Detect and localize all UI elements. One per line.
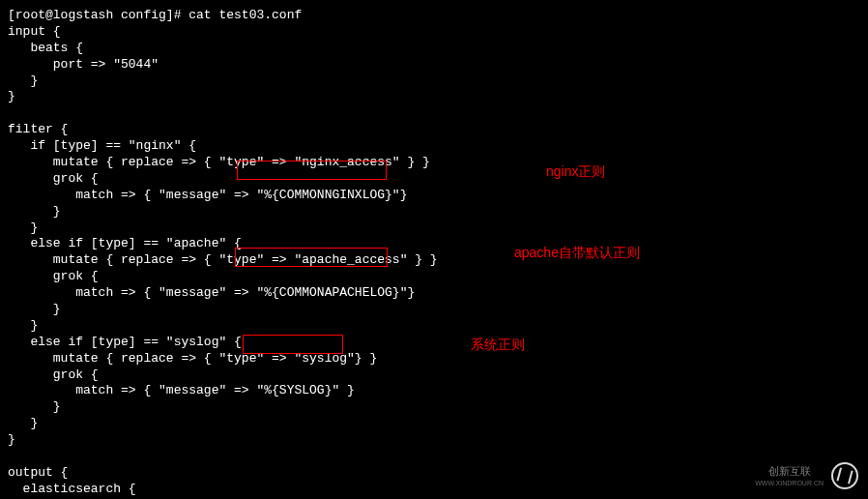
config-line: mutate { replace => { "type" => "nginx_a… bbox=[8, 155, 430, 169]
config-line: match => { "message" => "%{SYSLOG}" } bbox=[8, 383, 355, 397]
config-line: elasticsearch { bbox=[8, 482, 136, 496]
watermark-url: WWW.XINDROUR.CN bbox=[755, 479, 824, 487]
config-line: } bbox=[8, 302, 61, 316]
config-line: match => { "message" => "%{COMMONNGINXLO… bbox=[8, 188, 407, 202]
config-line: grok { bbox=[8, 269, 99, 283]
config-line: } bbox=[8, 73, 38, 88]
config-line: output { bbox=[8, 465, 68, 480]
config-line: } bbox=[8, 416, 38, 430]
command-text: cat test03.conf bbox=[188, 8, 302, 22]
config-line: mutate { replace => { "type" => "apache_… bbox=[8, 252, 438, 267]
shell-prompt: [root@logstash config]# bbox=[8, 8, 188, 22]
config-line: else if [type] == "syslog" { bbox=[8, 335, 242, 349]
annotation-nginx: nginx正则 bbox=[546, 162, 605, 180]
terminal-output: [root@logstash config]# cat test03.conf … bbox=[8, 8, 860, 499]
config-line: } bbox=[8, 204, 61, 219]
config-line: input { bbox=[8, 24, 61, 39]
config-line: mutate { replace => { "type" => "syslog"… bbox=[8, 351, 377, 366]
config-line: if [type] == "nginx" { bbox=[8, 138, 196, 153]
config-line: grok { bbox=[8, 171, 99, 186]
config-line: else if [type] == "apache" { bbox=[8, 236, 242, 250]
config-line: } bbox=[8, 432, 15, 447]
config-line: } bbox=[8, 89, 15, 103]
config-line: grok { bbox=[8, 367, 99, 382]
config-line: filter { bbox=[8, 122, 68, 136]
config-line: } bbox=[8, 220, 38, 235]
watermark-brand: 创新互联 bbox=[755, 464, 824, 478]
annotation-apache: apache自带默认正则 bbox=[514, 244, 640, 261]
watermark-logo-icon bbox=[831, 462, 858, 489]
config-line: beats { bbox=[8, 41, 83, 55]
config-line: port => "5044" bbox=[8, 57, 159, 72]
annotation-syslog: 系统正则 bbox=[471, 336, 525, 353]
config-line: match => { "message" => "%{COMMONAPACHEL… bbox=[8, 285, 415, 300]
config-line: } bbox=[8, 399, 61, 414]
config-line: } bbox=[8, 318, 38, 333]
watermark: 创新互联 WWW.XINDROUR.CN bbox=[755, 462, 858, 489]
